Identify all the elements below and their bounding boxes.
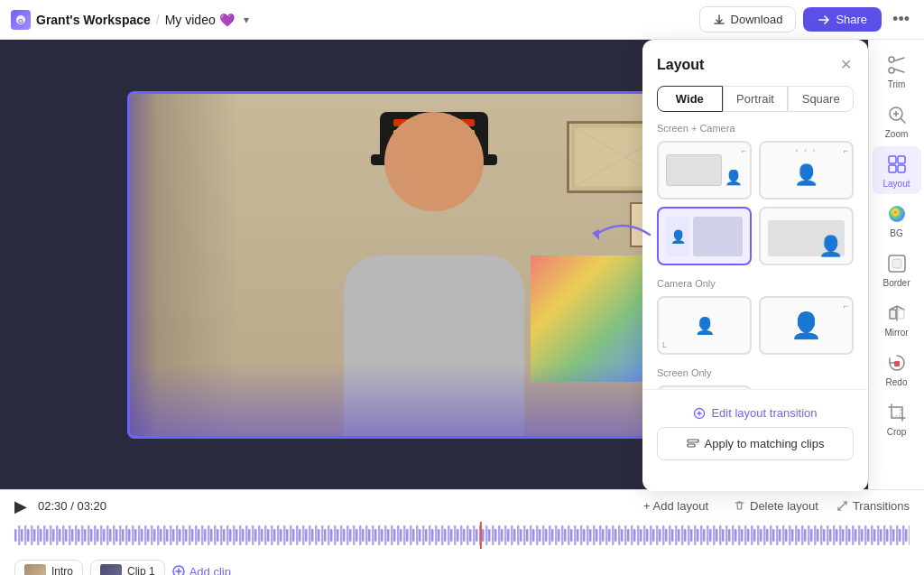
tab-wide[interactable]: Wide (657, 86, 723, 112)
trim-icon (884, 52, 910, 78)
breadcrumb-sep: / (156, 13, 160, 27)
download-button[interactable]: Download (699, 6, 797, 32)
layout-screen-cam-1[interactable]: ⌐ 👤 (657, 141, 752, 199)
bg-label: BG (890, 228, 902, 238)
waveform-svg (14, 522, 910, 549)
video-title: My video 💜 (165, 13, 235, 27)
zoom-label: Zoom (885, 129, 909, 139)
layout-screen-cam-4[interactable]: 👤 (759, 207, 854, 265)
lo-screen-1 (666, 154, 722, 186)
timeline-controls: ▶ 02:30 / 03:20 + Add layout Delete layo… (0, 490, 924, 522)
tool-zoom[interactable]: Zoom (873, 97, 921, 144)
timeline-actions: + Add layout Delete layout Transitions (636, 496, 910, 516)
section-screen-only-label: Screen Only (657, 367, 854, 378)
apply-matching-button[interactable]: Apply to matching clips (657, 427, 854, 460)
timeline: ▶ 02:30 / 03:20 + Add layout Delete layo… (0, 489, 924, 575)
add-layout-button[interactable]: + Add layout (636, 496, 716, 516)
svg-rect-16 (889, 165, 896, 172)
svg-line-11 (901, 118, 905, 123)
topbar-left: G Grant's Workspace / My video 💜 ▾ (11, 10, 692, 30)
add-clip-button[interactable]: Add clip (172, 565, 231, 576)
workspace-logo: G (11, 10, 31, 30)
clip1-thumb (100, 564, 122, 575)
title-chevron-button[interactable]: ▾ (240, 12, 253, 28)
section-screen-camera-label: Screen + Camera (657, 123, 854, 134)
svg-rect-15 (898, 156, 905, 163)
tool-redo[interactable]: Redo (873, 345, 921, 393)
panel-title: Layout (657, 57, 704, 73)
tool-mirror[interactable]: Mirror (873, 295, 921, 343)
edit-layout-link[interactable]: Edit layout transition (657, 399, 854, 427)
tool-border[interactable]: Border (873, 246, 921, 293)
more-options-button[interactable]: ••• (889, 10, 913, 29)
border-label: Border (882, 278, 910, 288)
panel-header: Layout ✕ (642, 40, 868, 86)
clip-1[interactable]: Clip 1 (90, 560, 165, 575)
trim-label: Trim (888, 79, 906, 89)
svg-rect-21 (890, 310, 896, 319)
corner-icon: ⌐ (742, 146, 746, 155)
redo-icon (884, 350, 910, 376)
tool-bg[interactable]: BG (873, 196, 921, 244)
lo-cam-person-2: 👤 (794, 163, 818, 187)
lo-selected-inner: 👤 (666, 217, 743, 256)
crop-icon (884, 400, 910, 425)
clips-row: Intro Clip 1 Add clip (0, 556, 924, 575)
tool-layout[interactable]: Layout (873, 146, 921, 194)
layout-cam-only-1[interactable]: L 👤 (657, 296, 752, 355)
bg-icon (884, 201, 910, 227)
tool-trim[interactable]: Trim (873, 47, 921, 95)
svg-point-7 (889, 68, 894, 73)
clip-intro[interactable]: Intro (14, 560, 83, 575)
corner-icon-2: ⌐ (844, 146, 848, 155)
panel-close-button[interactable]: ✕ (838, 54, 854, 75)
transitions-button[interactable]: Transitions (836, 499, 910, 513)
camera-only-grid: L 👤 ⌐ 👤 (657, 296, 854, 355)
heart-icon: 💜 (219, 13, 235, 27)
lo-screen-big (693, 217, 743, 256)
svg-rect-29 (688, 444, 695, 447)
layout-screen-cam-2[interactable]: • • • ⌐ 👤 (759, 141, 854, 199)
tab-square[interactable]: Square (788, 86, 854, 112)
svg-rect-17 (898, 165, 905, 172)
workspace-name: Grant's Workspace (36, 13, 151, 27)
share-button[interactable]: Share (803, 7, 882, 32)
svg-rect-22 (898, 310, 904, 319)
layout-cam-only-2[interactable]: ⌐ 👤 (759, 296, 854, 355)
tab-portrait[interactable]: Portrait (723, 86, 789, 112)
person-head (384, 112, 484, 211)
mirror-label: Mirror (884, 328, 908, 338)
corner-icon-3: ⌐ (844, 301, 848, 311)
svg-rect-34 (480, 522, 482, 549)
topbar: G Grant's Workspace / My video 💜 ▾ Downl… (0, 0, 924, 40)
svg-line-9 (894, 70, 904, 73)
delete-layout-button[interactable]: Delete layout (726, 496, 826, 516)
lo-cam-big: 👤 (666, 217, 689, 256)
waveform-container[interactable] (0, 522, 924, 556)
lo-cam-person-small: 👤 (695, 316, 715, 336)
mirror-icon (884, 301, 910, 326)
layout-panel: Layout ✕ Wide Portrait Square Screen + C… (642, 40, 868, 491)
zoom-icon (884, 102, 910, 127)
lo-l-icon: L (662, 340, 667, 349)
layout-label: Layout (882, 179, 910, 189)
panel-tabs: Wide Portrait Square (642, 86, 868, 123)
svg-text:G: G (18, 17, 23, 25)
tool-crop[interactable]: Crop (873, 394, 921, 442)
svg-rect-14 (889, 156, 896, 163)
lo-cam-person-1: 👤 (725, 169, 743, 186)
border-icon (884, 251, 910, 276)
time-display: 02:30 / 03:20 (38, 499, 106, 513)
svg-rect-24 (892, 407, 901, 416)
add-clip-label: Add clip (189, 565, 231, 576)
panel-footer: Edit layout transition Apply to matching… (642, 389, 868, 469)
layout-screen-cam-3-selected[interactable]: 👤 (657, 207, 752, 265)
redo-label: Redo (886, 377, 908, 387)
svg-line-8 (894, 58, 904, 61)
layout-screen-only-1[interactable]: • • • ⌐ (657, 385, 752, 389)
section-camera-only-label: Camera Only (657, 278, 854, 289)
play-button[interactable]: ▶ (14, 496, 27, 516)
svg-rect-20 (892, 259, 901, 268)
panel-body: Screen + Camera ⌐ 👤 • • • ⌐ 👤 👤 (642, 123, 868, 389)
crop-label: Crop (887, 427, 907, 437)
